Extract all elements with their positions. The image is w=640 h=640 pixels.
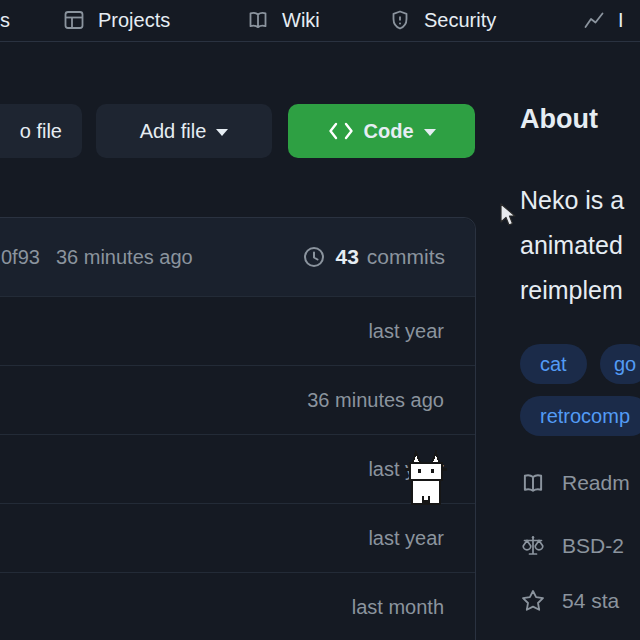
about-description-line: Neko is a	[520, 178, 624, 223]
tab-projects-label: Projects	[98, 9, 170, 32]
file-row[interactable]: last month	[0, 572, 475, 640]
tab-actions-label-fragment[interactable]: s	[0, 0, 10, 40]
mouse-cursor	[500, 203, 518, 229]
star-icon	[520, 588, 546, 614]
tab-insights-label: I	[618, 9, 624, 32]
file-row[interactable]: last year	[0, 296, 475, 365]
about-description: Neko is a animated reimplem	[520, 178, 624, 313]
tab-security-label: Security	[424, 9, 496, 32]
add-file-label: Add file	[140, 120, 207, 143]
readme-label: Readm	[562, 471, 630, 495]
commit-history-link[interactable]: 43 commits	[301, 244, 445, 270]
file-row-timestamp: last year	[368, 527, 444, 550]
file-row-timestamp: 36 minutes ago	[307, 389, 444, 412]
commit-bar[interactable]: 0f93 36 minutes ago 43 commits	[0, 218, 475, 296]
topic-tag-cat[interactable]: cat	[520, 344, 587, 384]
stars-label: 54 sta	[562, 589, 619, 613]
tab-wiki-label: Wiki	[282, 9, 320, 32]
insights-graph-icon	[582, 8, 606, 32]
license-scales-icon	[520, 533, 546, 559]
security-shield-icon	[388, 8, 412, 32]
tab-security[interactable]: Security	[388, 0, 496, 40]
file-row[interactable]: 36 minutes ago	[0, 365, 475, 434]
go-to-file-label: o file	[20, 120, 62, 143]
license-label: BSD-2	[562, 534, 624, 558]
readme-book-icon	[520, 470, 546, 496]
github-repo-page: s Projects Wiki Security	[0, 0, 640, 640]
code-button[interactable]: Code	[288, 104, 475, 158]
about-description-line: animated	[520, 223, 624, 268]
about-description-line: reimplem	[520, 268, 624, 313]
commit-hash: 0f93	[1, 246, 40, 269]
chevron-down-icon	[424, 129, 436, 136]
wiki-icon	[246, 8, 270, 32]
code-icon	[328, 120, 354, 142]
file-row-timestamp: last year	[368, 320, 444, 343]
readme-link[interactable]: Readm	[520, 470, 630, 496]
topic-tag-retrocomputing[interactable]: retrocomp	[520, 396, 640, 436]
go-to-file-button[interactable]: o file	[0, 104, 82, 158]
tab-projects[interactable]: Projects	[62, 0, 170, 40]
file-row[interactable]: last year	[0, 503, 475, 572]
file-row-timestamp: last month	[352, 596, 444, 619]
commit-count: 43	[335, 245, 358, 269]
neko-cat-sprite	[403, 447, 449, 509]
projects-icon	[62, 8, 86, 32]
latest-commit-info: 0f93 36 minutes ago	[1, 246, 193, 269]
about-title: About	[520, 104, 598, 135]
repo-tab-nav: s Projects Wiki Security	[0, 0, 640, 42]
commit-time: 36 minutes ago	[56, 246, 193, 269]
history-clock-icon	[301, 244, 327, 270]
topic-tag-go[interactable]: go	[600, 344, 640, 384]
tab-wiki[interactable]: Wiki	[246, 0, 320, 40]
file-list-panel: 0f93 36 minutes ago 43 commits last year…	[0, 217, 476, 640]
license-link[interactable]: BSD-2	[520, 533, 624, 559]
chevron-down-icon	[216, 129, 228, 136]
add-file-button[interactable]: Add file	[96, 104, 272, 158]
tab-insights[interactable]: I	[582, 0, 624, 40]
commit-count-label: commits	[367, 245, 445, 269]
stars-link[interactable]: 54 sta	[520, 588, 619, 614]
code-button-label: Code	[364, 120, 414, 143]
